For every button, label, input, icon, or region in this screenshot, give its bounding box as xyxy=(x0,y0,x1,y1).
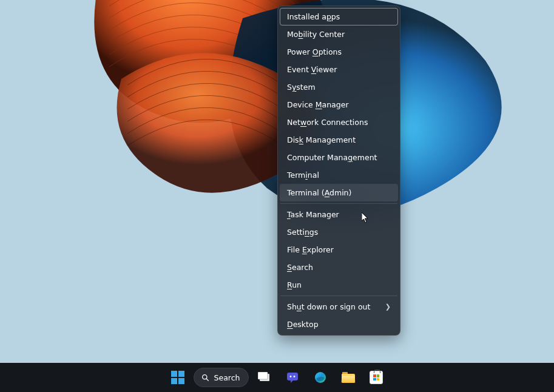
taskbar-file-explorer-button[interactable] xyxy=(336,365,360,390)
menu-item-device-manager[interactable]: Device Manager xyxy=(280,96,398,113)
taskbar-search[interactable]: Search xyxy=(194,368,249,387)
svg-line-5 xyxy=(206,379,208,380)
taskbar: Search xyxy=(0,363,554,392)
menu-item-terminal-admin[interactable]: Terminal (Admin) xyxy=(280,184,398,201)
menu-item-computer-management[interactable]: Computer Management xyxy=(280,149,398,166)
svg-rect-3 xyxy=(178,378,184,384)
menu-item-mobility-center[interactable]: Mobility Center xyxy=(280,25,398,43)
svg-rect-2 xyxy=(171,378,177,384)
menu-separator xyxy=(280,296,397,296)
winx-context-menu: Installed apps Mobility Center Power Opt… xyxy=(277,5,400,336)
menu-item-network-connections[interactable]: Network Connections xyxy=(280,113,398,131)
task-view-icon xyxy=(258,372,271,383)
windows-logo-icon xyxy=(171,371,184,384)
menu-item-task-manager[interactable]: Task Manager xyxy=(280,206,398,223)
svg-point-9 xyxy=(290,376,292,377)
menu-item-installed-apps[interactable]: Installed apps xyxy=(280,8,398,25)
microsoft-store-icon xyxy=(370,371,383,384)
menu-item-event-viewer[interactable]: Event Viewer xyxy=(280,61,398,78)
taskbar-store-button[interactable] xyxy=(364,365,388,390)
start-button[interactable] xyxy=(166,365,190,390)
svg-rect-8 xyxy=(287,373,298,380)
search-icon xyxy=(201,374,209,382)
menu-item-file-explorer[interactable]: File Explorer xyxy=(280,241,398,259)
chat-icon xyxy=(286,371,299,384)
menu-item-desktop[interactable]: Desktop xyxy=(280,316,398,333)
edge-icon xyxy=(314,371,327,384)
desktop[interactable]: Installed apps Mobility Center Power Opt… xyxy=(0,0,554,392)
task-view-button[interactable] xyxy=(252,365,277,390)
menu-item-system[interactable]: System xyxy=(280,78,398,96)
taskbar-chat-button[interactable] xyxy=(280,365,305,390)
menu-item-disk-management[interactable]: Disk Management xyxy=(280,131,398,149)
menu-item-search[interactable]: Search xyxy=(280,259,398,276)
menu-item-shutdown-signout[interactable]: Shut down or sign out ❯ xyxy=(280,298,398,316)
file-explorer-icon xyxy=(342,372,355,383)
svg-rect-7 xyxy=(258,372,268,379)
svg-point-10 xyxy=(294,376,296,377)
menu-item-terminal[interactable]: Terminal xyxy=(280,166,398,184)
menu-item-run[interactable]: Run xyxy=(280,276,398,294)
menu-item-settings[interactable]: Settings xyxy=(280,223,398,241)
svg-rect-1 xyxy=(178,371,184,377)
svg-rect-0 xyxy=(171,371,177,377)
search-label: Search xyxy=(214,373,240,382)
menu-separator xyxy=(280,203,397,204)
taskbar-edge-button[interactable] xyxy=(308,365,333,390)
menu-item-power-options[interactable]: Power Options xyxy=(280,43,398,61)
chevron-right-icon: ❯ xyxy=(385,303,391,311)
